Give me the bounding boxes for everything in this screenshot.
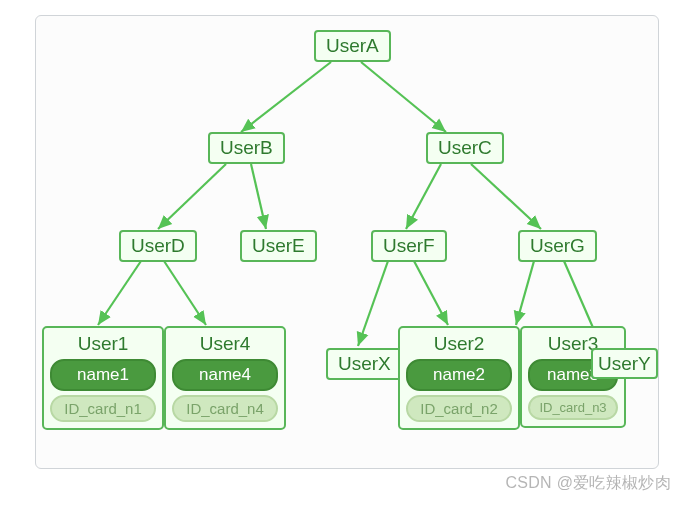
node-label: User2 xyxy=(404,333,514,355)
node-userb: UserB xyxy=(208,132,285,164)
node-usery: UserY xyxy=(591,348,658,379)
node-userx: UserX xyxy=(326,348,403,380)
node-label: User4 xyxy=(170,333,280,355)
svg-line-6 xyxy=(98,261,141,325)
svg-line-8 xyxy=(358,261,388,346)
node-label: UserX xyxy=(338,353,391,374)
node-label: User1 xyxy=(48,333,158,355)
name-pill: name1 xyxy=(50,359,156,391)
svg-line-9 xyxy=(414,261,448,325)
node-label: UserC xyxy=(438,137,492,158)
node-label: UserD xyxy=(131,235,185,256)
watermark: CSDN @爱吃辣椒炒肉 xyxy=(505,473,671,494)
node-userc: UserC xyxy=(426,132,504,164)
idcard-pill: ID_card_n2 xyxy=(406,395,512,422)
name-pill: name4 xyxy=(172,359,278,391)
node-label: UserY xyxy=(598,353,651,374)
node-label: UserB xyxy=(220,137,273,158)
node-user2: User2 name2 ID_card_n2 xyxy=(398,326,520,430)
node-usere: UserE xyxy=(240,230,317,262)
idcard-pill: ID_card_n3 xyxy=(528,395,618,420)
node-user1: User1 name1 ID_card_n1 xyxy=(42,326,164,430)
node-label: UserF xyxy=(383,235,435,256)
diagram-frame: UserA UserB UserC UserD UserE UserF User… xyxy=(35,15,659,469)
svg-line-5 xyxy=(471,164,541,229)
node-label: UserE xyxy=(252,235,305,256)
node-label: UserA xyxy=(326,35,379,56)
node-userf: UserF xyxy=(371,230,447,262)
name-pill: name2 xyxy=(406,359,512,391)
svg-line-3 xyxy=(251,164,266,229)
svg-line-7 xyxy=(164,261,206,325)
idcard-pill: ID_card_n4 xyxy=(172,395,278,422)
node-label: UserG xyxy=(530,235,585,256)
node-usera: UserA xyxy=(314,30,391,62)
svg-line-0 xyxy=(241,62,331,132)
node-user4: User4 name4 ID_card_n4 xyxy=(164,326,286,430)
svg-line-1 xyxy=(361,62,446,132)
node-userd: UserD xyxy=(119,230,197,262)
svg-line-2 xyxy=(158,164,226,229)
svg-line-10 xyxy=(516,261,534,325)
idcard-pill: ID_card_n1 xyxy=(50,395,156,422)
node-userg: UserG xyxy=(518,230,597,262)
svg-line-4 xyxy=(406,164,441,229)
